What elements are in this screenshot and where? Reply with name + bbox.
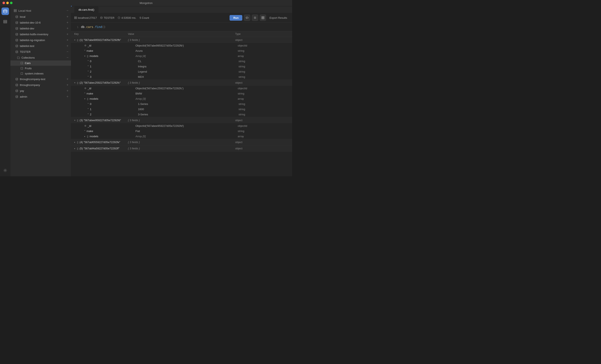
add-yay-button[interactable]: + xyxy=(67,89,69,93)
line-number: 1 xyxy=(74,25,79,29)
list-view-button[interactable] xyxy=(252,15,258,21)
row-4-header[interactable]: ▸ [] (4) "567abf0559227d05e72292fe" { 3 … xyxy=(71,139,292,145)
results-area[interactable]: Key Value Type ▾ [] (1) "567abe9959227d0… xyxy=(71,31,292,176)
db-icon xyxy=(15,27,18,30)
collection-item-system-indexes[interactable]: system.indexes xyxy=(10,71,71,76)
row-3-header[interactable]: ▾ [] (3) "567abee959227d05e72292fd" { 3 … xyxy=(71,117,292,123)
sidebar-item-tablelist-ng-migration[interactable]: tablelist-ng-migration + xyxy=(10,37,71,43)
add-tablelist-dev-button[interactable]: + xyxy=(67,27,69,30)
collapse-host-button[interactable]: − xyxy=(67,9,69,12)
table-row[interactable]: " make BMW string xyxy=(71,91,292,96)
local-host-header[interactable]: Local Host − xyxy=(10,8,71,14)
table-row[interactable]: ▸ [] models Array [5] array xyxy=(71,134,292,139)
field-type: string xyxy=(238,92,289,95)
collections-header[interactable]: Collections − xyxy=(10,55,71,60)
sidebar-item-tablelist-hotfix[interactable]: tablelist-hotfix-inventory + xyxy=(10,31,71,37)
row-1-value: { 3 fields } xyxy=(128,38,235,41)
collapse-collections-button[interactable]: − xyxy=(67,56,69,59)
add-throughcompany-test-button[interactable]: + xyxy=(67,77,69,81)
add-tablelist-dev-10-6-button[interactable]: + xyxy=(67,21,69,24)
table-row[interactable]: ⚙ _id ObjectId('567abe9959227d05e72292fb… xyxy=(71,43,292,48)
maximize-button[interactable] xyxy=(10,2,12,4)
field-type: objectId xyxy=(238,124,289,128)
row-3-type: object xyxy=(235,119,289,122)
export-results-button[interactable]: Export Results xyxy=(268,15,289,20)
row-2-header[interactable]: ▾ [] (2) "567abec259227d05e72292fc" { 3 … xyxy=(71,80,292,86)
minimize-button[interactable] xyxy=(6,2,9,4)
table-row[interactable]: ⚙ _id ObjectId('567abec259227d05e72292fc… xyxy=(71,86,292,91)
table-row[interactable]: " 3 MDX string xyxy=(71,74,292,79)
query-editor: 1 db.cars.find() xyxy=(71,23,292,31)
add-throughcompany-button[interactable]: + xyxy=(67,83,69,87)
db-icon xyxy=(15,39,18,41)
run-button[interactable]: Run xyxy=(230,15,242,21)
table-row: ▸ [] (4) "567abf0559227d05e72292fe" { 3 … xyxy=(71,139,292,145)
add-tablelist-ng-button[interactable]: + xyxy=(67,38,69,42)
table-row: ▾ [] (2) "567abec259227d05e72292fc" { 3 … xyxy=(71,80,292,117)
code-view-button[interactable] xyxy=(244,15,250,21)
add-tablelist-test-button[interactable]: + xyxy=(67,44,69,48)
sidebar-item-throughcompany[interactable]: throughcompany + xyxy=(10,82,71,88)
tab-cars-find[interactable]: db.cars.find() xyxy=(74,7,99,13)
folder-icon xyxy=(17,56,20,59)
grid-view-button[interactable] xyxy=(260,15,266,21)
query-code[interactable]: db.cars.find() xyxy=(81,25,106,29)
field-type: array xyxy=(238,135,289,138)
db-yay-label: yay xyxy=(20,89,24,92)
table-row[interactable]: ▾ [] models Array [3] array xyxy=(71,96,292,101)
table-row[interactable]: ⚙ _id ObjectId('567abee959227d05e72292fd… xyxy=(71,123,292,128)
table-row[interactable]: " make Fiat string xyxy=(71,128,292,134)
field-key: 0 xyxy=(90,60,91,63)
db-throughcompany-label: throughcompany xyxy=(20,83,40,87)
table-row[interactable]: " 2 3-Series string xyxy=(71,112,292,117)
app-icon[interactable] xyxy=(1,8,9,15)
local-host-label: Local Host xyxy=(18,9,31,12)
table-row[interactable]: " 0 1-Series string xyxy=(71,101,292,107)
row-1-header[interactable]: ▾ [] (1) "567abe9959227d05e72292fb" { 3 … xyxy=(71,37,292,43)
sidebar-item-local[interactable]: local + xyxy=(10,14,71,20)
svg-point-15 xyxy=(16,39,18,40)
add-tablelist-hotfix-button[interactable]: + xyxy=(67,32,69,36)
row-5-header[interactable]: ▸ [] (5) "567abf4a59227d05e72292ff" { 3 … xyxy=(71,145,292,151)
count-value: 5 Count xyxy=(140,16,149,20)
servers-icon[interactable] xyxy=(2,18,9,25)
add-local-button[interactable]: + xyxy=(67,15,69,19)
host-value: localhost:27017 xyxy=(78,16,97,20)
table-row[interactable]: " 0 CL string xyxy=(71,59,292,64)
table-row[interactable]: " 2 Legend string xyxy=(71,69,292,74)
sidebar-item-tablelist-dev-10-6[interactable]: tablelist-dev-10-6 + xyxy=(10,20,71,25)
table-row[interactable]: " make Acura string xyxy=(71,48,292,53)
svg-rect-8 xyxy=(14,10,17,10)
sidebar-item-admin[interactable]: admin + xyxy=(10,94,71,99)
collection-item-fruits[interactable]: Fruits xyxy=(10,66,71,71)
table-row[interactable]: " 1 Integra string xyxy=(71,64,292,69)
svg-rect-31 xyxy=(263,17,264,18)
add-admin-button[interactable]: + xyxy=(67,95,69,98)
toolbar-db: TESTER xyxy=(100,16,114,20)
collection-system-indexes-label: system.indexes xyxy=(25,72,44,75)
sidebar-item-yay[interactable]: yay + xyxy=(10,88,71,94)
settings-icon[interactable] xyxy=(2,167,9,174)
field-value: 1-Series xyxy=(138,102,239,106)
brackets-icon: [] xyxy=(87,135,88,138)
sidebar-item-tablelist-dev[interactable]: tablelist-dev + xyxy=(10,25,71,31)
field-type: string xyxy=(239,75,289,79)
table-row[interactable]: ▾ [] models Array [4] array xyxy=(71,53,292,59)
db-icon xyxy=(15,45,18,47)
table-row[interactable]: " 1 1600 string xyxy=(71,107,292,112)
collapse-tester-button[interactable]: − xyxy=(67,50,69,54)
field-value: BMW xyxy=(135,92,238,95)
collection-item-cars[interactable]: Cars xyxy=(10,60,71,66)
icon-sidebar xyxy=(0,6,10,176)
sidebar-item-tester[interactable]: TESTER − xyxy=(10,49,71,55)
row-3-key: (3) "567abee959227d05e72292fd" xyxy=(80,119,121,122)
sidebar-item-tablelist-test[interactable]: tablelist-test + xyxy=(10,43,71,49)
col-header-type: Type xyxy=(235,32,289,35)
field-key: _id xyxy=(88,44,91,47)
field-value: ObjectId('567abec259227d05e72292fc') xyxy=(135,87,238,90)
close-button[interactable] xyxy=(2,2,5,4)
sidebar-item-throughcompany-test[interactable]: throughcompany-test + xyxy=(10,76,71,82)
quote-icon: " xyxy=(88,113,89,116)
gear-icon: ⚙ xyxy=(84,87,86,90)
table-row: ▾ [] (3) "567abee959227d05e72292fd" { 3 … xyxy=(71,117,292,139)
